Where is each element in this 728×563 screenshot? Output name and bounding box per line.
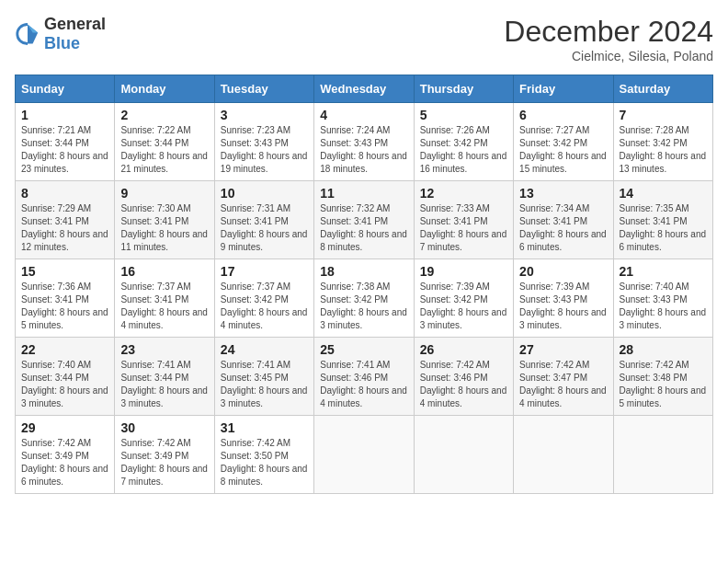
day-info: Sunrise: 7:23 AMSunset: 3:43 PMDaylight:… <box>221 125 308 174</box>
day-cell: 18 Sunrise: 7:38 AMSunset: 3:42 PMDaylig… <box>314 259 414 338</box>
day-info: Sunrise: 7:40 AMSunset: 3:43 PMDaylight:… <box>620 282 707 330</box>
day-info: Sunrise: 7:28 AMSunset: 3:42 PMDaylight:… <box>620 125 707 174</box>
day-info: Sunrise: 7:41 AMSunset: 3:44 PMDaylight:… <box>120 360 208 408</box>
day-info: Sunrise: 7:42 AMSunset: 3:46 PMDaylight:… <box>420 360 507 408</box>
day-info: Sunrise: 7:42 AMSunset: 3:49 PMDaylight:… <box>120 438 208 487</box>
day-number: 30 <box>120 420 208 435</box>
day-number: 23 <box>120 342 208 357</box>
day-number: 5 <box>420 108 507 122</box>
day-cell: 9 Sunrise: 7:30 AMSunset: 3:41 PMDayligh… <box>115 181 214 259</box>
day-info: Sunrise: 7:24 AMSunset: 3:43 PMDaylight:… <box>320 125 407 174</box>
day-cell: 30 Sunrise: 7:42 AMSunset: 3:49 PMDaylig… <box>115 416 214 494</box>
day-info: Sunrise: 7:35 AMSunset: 3:41 PMDaylight:… <box>620 203 707 252</box>
day-info: Sunrise: 7:21 AMSunset: 3:44 PMDaylight:… <box>21 125 108 174</box>
day-cell: 26 Sunrise: 7:42 AMSunset: 3:46 PMDaylig… <box>414 338 513 416</box>
day-number: 7 <box>620 108 707 122</box>
weekday-header-saturday: Saturday <box>613 75 712 103</box>
day-cell: 15 Sunrise: 7:36 AMSunset: 3:41 PMDaylig… <box>16 259 115 338</box>
day-info: Sunrise: 7:32 AMSunset: 3:41 PMDaylight:… <box>320 203 407 252</box>
day-number: 29 <box>21 420 108 435</box>
day-number: 15 <box>21 264 108 279</box>
logo-text: General Blue <box>44 15 106 53</box>
day-info: Sunrise: 7:38 AMSunset: 3:42 PMDaylight:… <box>320 282 407 330</box>
day-cell: 28 Sunrise: 7:42 AMSunset: 3:48 PMDaylig… <box>613 338 712 416</box>
day-info: Sunrise: 7:39 AMSunset: 3:42 PMDaylight:… <box>420 282 507 330</box>
day-cell: 27 Sunrise: 7:42 AMSunset: 3:47 PMDaylig… <box>514 338 613 416</box>
day-number: 2 <box>120 108 208 122</box>
day-number: 9 <box>120 186 208 201</box>
location-text: Cielmice, Silesia, Poland <box>504 49 713 63</box>
day-number: 4 <box>320 108 407 122</box>
day-info: Sunrise: 7:41 AMSunset: 3:45 PMDaylight:… <box>221 360 308 408</box>
day-cell: 4 Sunrise: 7:24 AMSunset: 3:43 PMDayligh… <box>314 103 414 181</box>
day-cell: 11 Sunrise: 7:32 AMSunset: 3:41 PMDaylig… <box>314 181 414 259</box>
weekday-header-sunday: Sunday <box>16 75 115 103</box>
day-number: 14 <box>620 186 707 201</box>
day-number: 16 <box>120 264 208 279</box>
day-info: Sunrise: 7:29 AMSunset: 3:41 PMDaylight:… <box>21 203 108 252</box>
day-number: 27 <box>519 342 607 357</box>
day-number: 3 <box>221 108 308 122</box>
logo: General Blue <box>15 15 106 53</box>
week-row-4: 22 Sunrise: 7:40 AMSunset: 3:44 PMDaylig… <box>16 338 713 416</box>
day-number: 21 <box>620 264 707 279</box>
day-cell: 29 Sunrise: 7:42 AMSunset: 3:49 PMDaylig… <box>16 416 115 494</box>
weekday-header-thursday: Thursday <box>414 75 513 103</box>
day-cell: 24 Sunrise: 7:41 AMSunset: 3:45 PMDaylig… <box>214 338 313 416</box>
day-cell: 5 Sunrise: 7:26 AMSunset: 3:42 PMDayligh… <box>414 103 513 181</box>
day-info: Sunrise: 7:26 AMSunset: 3:42 PMDaylight:… <box>420 125 507 174</box>
day-cell: 10 Sunrise: 7:31 AMSunset: 3:41 PMDaylig… <box>214 181 313 259</box>
day-cell: 1 Sunrise: 7:21 AMSunset: 3:44 PMDayligh… <box>16 103 115 181</box>
day-info: Sunrise: 7:42 AMSunset: 3:50 PMDaylight:… <box>221 438 308 487</box>
day-cell <box>414 416 513 494</box>
day-cell: 6 Sunrise: 7:27 AMSunset: 3:42 PMDayligh… <box>514 103 613 181</box>
day-cell: 25 Sunrise: 7:41 AMSunset: 3:46 PMDaylig… <box>314 338 414 416</box>
day-number: 25 <box>320 342 407 357</box>
calendar-table: SundayMondayTuesdayWednesdayThursdayFrid… <box>15 75 713 494</box>
day-cell: 2 Sunrise: 7:22 AMSunset: 3:44 PMDayligh… <box>115 103 214 181</box>
weekday-header-friday: Friday <box>514 75 613 103</box>
day-number: 8 <box>21 186 108 201</box>
day-cell: 8 Sunrise: 7:29 AMSunset: 3:41 PMDayligh… <box>16 181 115 259</box>
title-block: December 2024 Cielmice, Silesia, Poland <box>504 15 713 63</box>
day-number: 6 <box>519 108 607 122</box>
day-number: 11 <box>320 186 407 201</box>
day-number: 12 <box>420 186 507 201</box>
day-info: Sunrise: 7:39 AMSunset: 3:43 PMDaylight:… <box>519 282 607 330</box>
day-info: Sunrise: 7:41 AMSunset: 3:46 PMDaylight:… <box>320 360 407 408</box>
day-cell <box>314 416 414 494</box>
weekday-header-row: SundayMondayTuesdayWednesdayThursdayFrid… <box>16 75 713 103</box>
day-info: Sunrise: 7:42 AMSunset: 3:47 PMDaylight:… <box>519 360 607 408</box>
week-row-1: 1 Sunrise: 7:21 AMSunset: 3:44 PMDayligh… <box>16 103 713 181</box>
logo-general: General <box>44 15 106 33</box>
week-row-2: 8 Sunrise: 7:29 AMSunset: 3:41 PMDayligh… <box>16 181 713 259</box>
day-info: Sunrise: 7:42 AMSunset: 3:48 PMDaylight:… <box>620 360 707 408</box>
day-number: 24 <box>221 342 308 357</box>
day-info: Sunrise: 7:40 AMSunset: 3:44 PMDaylight:… <box>21 360 108 408</box>
day-number: 1 <box>21 108 108 122</box>
day-number: 17 <box>221 264 308 279</box>
weekday-header-wednesday: Wednesday <box>314 75 414 103</box>
day-cell: 16 Sunrise: 7:37 AMSunset: 3:41 PMDaylig… <box>115 259 214 338</box>
day-cell: 14 Sunrise: 7:35 AMSunset: 3:41 PMDaylig… <box>613 181 712 259</box>
day-info: Sunrise: 7:37 AMSunset: 3:41 PMDaylight:… <box>120 282 208 330</box>
day-cell: 12 Sunrise: 7:33 AMSunset: 3:41 PMDaylig… <box>414 181 513 259</box>
logo-icon <box>15 21 40 47</box>
day-number: 19 <box>420 264 507 279</box>
day-number: 22 <box>21 342 108 357</box>
day-cell: 21 Sunrise: 7:40 AMSunset: 3:43 PMDaylig… <box>613 259 712 338</box>
week-row-3: 15 Sunrise: 7:36 AMSunset: 3:41 PMDaylig… <box>16 259 713 338</box>
day-info: Sunrise: 7:42 AMSunset: 3:49 PMDaylight:… <box>21 438 108 487</box>
day-info: Sunrise: 7:27 AMSunset: 3:42 PMDaylight:… <box>519 125 607 174</box>
day-info: Sunrise: 7:30 AMSunset: 3:41 PMDaylight:… <box>120 203 208 252</box>
week-row-5: 29 Sunrise: 7:42 AMSunset: 3:49 PMDaylig… <box>16 416 713 494</box>
logo-blue: Blue <box>44 34 80 52</box>
day-number: 28 <box>620 342 707 357</box>
day-info: Sunrise: 7:36 AMSunset: 3:41 PMDaylight:… <box>21 282 108 330</box>
day-cell <box>514 416 613 494</box>
weekday-header-monday: Monday <box>115 75 214 103</box>
day-cell: 19 Sunrise: 7:39 AMSunset: 3:42 PMDaylig… <box>414 259 513 338</box>
day-info: Sunrise: 7:31 AMSunset: 3:41 PMDaylight:… <box>221 203 308 252</box>
day-cell: 13 Sunrise: 7:34 AMSunset: 3:41 PMDaylig… <box>514 181 613 259</box>
day-cell: 3 Sunrise: 7:23 AMSunset: 3:43 PMDayligh… <box>214 103 313 181</box>
